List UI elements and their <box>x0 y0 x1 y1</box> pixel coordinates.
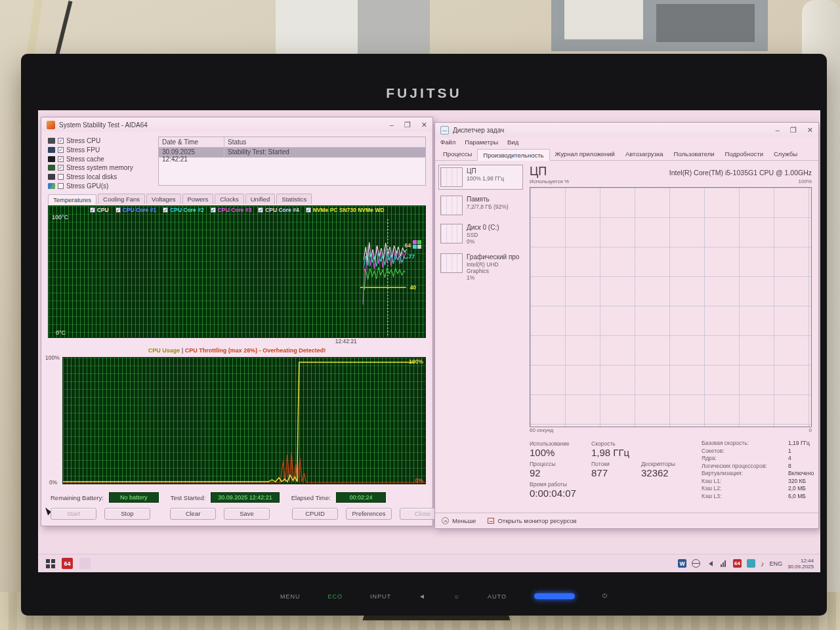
menu-file[interactable]: Файл <box>440 138 455 147</box>
aida64-app-icon <box>47 121 55 129</box>
stress-disks-checkbox[interactable] <box>58 174 64 180</box>
tab-clocks[interactable]: Clocks <box>215 194 244 204</box>
stat-logical-value: 8 <box>788 463 814 469</box>
usage-title: CPU Usage <box>148 347 180 354</box>
start-button[interactable]: Start <box>51 508 96 520</box>
preferences-button[interactable]: Preferences <box>346 508 392 520</box>
fewer-details-label: Меньше <box>452 517 476 524</box>
tab-unified[interactable]: Unified <box>245 194 276 204</box>
taskmgr-window-title: Диспетчер задач <box>453 127 504 134</box>
cpu-axis-60s: 60 секунд <box>530 427 553 436</box>
tab-startup[interactable]: Автозагрузка <box>620 148 669 160</box>
stat-logical-label: Логических процессоров: <box>702 463 788 469</box>
stress-memory-checkbox[interactable] <box>58 165 64 171</box>
monitor-menu-button[interactable]: MENU <box>280 593 301 600</box>
usage-graph: 100% 0% <box>62 357 426 484</box>
temperature-series <box>49 206 425 337</box>
speaker-icon[interactable] <box>705 559 714 568</box>
clock-time: 12:44 <box>788 558 814 564</box>
cpuid-button[interactable]: CPUID <box>292 508 338 520</box>
sidebar-item-cpu[interactable]: ЦП 100% 1,98 ГГц <box>438 165 523 190</box>
stress-gpu-checkbox[interactable] <box>58 183 64 189</box>
stress-fpu-row[interactable]: Stress FPU <box>48 146 152 154</box>
performance-sidebar: ЦП 100% 1,98 ГГц Память 7,2/7,8 ГБ (92%)… <box>435 161 524 513</box>
stress-cache-label: Stress cache <box>66 156 104 163</box>
close-icon[interactable]: ✕ <box>421 121 427 129</box>
minimize-icon[interactable]: – <box>390 121 394 129</box>
monitor-input-button[interactable]: INPUT <box>370 593 391 600</box>
taskmgr-taskbar-icon[interactable] <box>79 558 91 569</box>
col-status[interactable]: Status <box>224 137 249 147</box>
stress-cache-checkbox[interactable] <box>58 156 64 162</box>
monitor-brightness-button[interactable]: ☼ <box>453 593 460 600</box>
clock[interactable]: 12:44 30.09.2025 <box>788 558 816 570</box>
stress-disks-row[interactable]: Stress local disks <box>48 173 152 181</box>
tab-processes[interactable]: Процессы <box>438 148 477 160</box>
usage-series <box>63 358 425 484</box>
tab-statistics[interactable]: Statistics <box>276 194 312 204</box>
maximize-icon[interactable]: ❐ <box>404 121 411 129</box>
sidebar-gpu-sub: Intel(R) UHD Graphics <box>467 261 521 274</box>
network-icon[interactable] <box>692 559 700 568</box>
stress-cache-row[interactable]: Stress cache <box>48 155 152 163</box>
stress-cpu-label: Stress CPU <box>66 137 100 144</box>
audio-jack-icon[interactable]: ♪ <box>761 560 765 568</box>
elapsed-value: 00:02:24 <box>336 492 386 503</box>
maximize-icon[interactable]: ❐ <box>790 126 797 135</box>
wifi-signal-icon[interactable] <box>719 560 728 567</box>
language-indicator[interactable]: ENG <box>769 560 782 567</box>
tab-powers[interactable]: Powers <box>182 194 214 204</box>
usage-title-sep: | <box>182 347 184 354</box>
monitor-auto-button[interactable]: AUTO <box>488 593 507 600</box>
aida64-titlebar[interactable]: System Stability Test - AIDA64 – ❐ ✕ <box>41 117 432 132</box>
stress-memory-row[interactable]: Stress system memory <box>48 163 152 172</box>
sidebar-item-memory[interactable]: Память 7,2/7,8 ГБ (92%) <box>438 193 523 218</box>
stat-l3-value: 6,0 МБ <box>788 493 814 499</box>
table-row[interactable]: 30.09.2025 12:42:21 Stability Test: Star… <box>159 148 425 158</box>
word-tray-icon[interactable]: W <box>678 559 686 568</box>
cpu-axis-label: Используется % <box>530 178 569 187</box>
minimize-icon[interactable]: – <box>776 126 780 135</box>
col-datetime[interactable]: Date & Time <box>159 137 224 147</box>
start-button[interactable] <box>46 559 55 568</box>
stress-cpu-row[interactable]: Stress CPU <box>48 136 152 145</box>
open-resource-monitor-link[interactable]: Открыть монитор ресурсов <box>488 517 576 524</box>
stat-cores-value: 4 <box>788 455 814 461</box>
stress-fpu-checkbox[interactable] <box>58 147 64 153</box>
cpu-model: Intel(R) Core(TM) i5-1035G1 CPU @ 1.00GH… <box>669 169 812 177</box>
fewer-details-link[interactable]: Меньше <box>442 517 476 524</box>
clear-button[interactable]: Clear <box>170 508 216 520</box>
tab-temperatures[interactable]: Temperatures <box>48 194 96 205</box>
menu-view[interactable]: Вид <box>507 138 518 147</box>
sidebar-item-disk[interactable]: Диск 0 (C:) SSD 0% <box>438 221 523 247</box>
cell-datetime: 30.09.2025 12:42:21 <box>159 148 224 158</box>
close-icon[interactable]: ✕ <box>807 126 813 135</box>
app-tray-icon[interactable] <box>747 559 755 568</box>
taskmgr-titlebar[interactable]: Диспетчер задач – ❐ ✕ <box>435 123 818 137</box>
save-button[interactable]: Save <box>224 508 270 520</box>
sidebar-item-gpu[interactable]: Графический про Intel(R) UHD Graphics 1% <box>438 251 523 284</box>
tab-app-history[interactable]: Журнал приложений <box>550 148 620 160</box>
stat-l2-label: Кэш L2: <box>702 485 788 492</box>
monitor-volume-button[interactable]: ◄ <box>419 593 426 600</box>
stress-gpu-row[interactable]: Stress GPU(s) <box>48 182 152 190</box>
stop-button[interactable]: Stop <box>104 508 150 520</box>
task-manager-window: Диспетчер задач – ❐ ✕ Файл Параметры Вид… <box>434 122 819 529</box>
tab-performance[interactable]: Производительность <box>477 149 549 161</box>
screen: System Stability Test - AIDA64 – ❐ ✕ Str… <box>38 110 820 572</box>
tab-services[interactable]: Службы <box>768 148 803 160</box>
tab-voltages[interactable]: Voltages <box>146 194 180 204</box>
tab-cooling-fans[interactable]: Cooling Fans <box>98 194 145 204</box>
aida64-tray-icon[interactable]: 64 <box>733 559 742 568</box>
stress-options: Stress CPU Stress FPU Stress cache <box>48 136 152 190</box>
tab-details[interactable]: Подробности <box>720 148 768 160</box>
menu-options[interactable]: Параметры <box>465 138 498 147</box>
monitor-power-button[interactable]: ⏻ <box>602 593 608 600</box>
cpu-usage-graph <box>530 187 812 427</box>
stress-cpu-checkbox[interactable] <box>58 138 64 144</box>
stat-virtualization-label: Виртуализация: <box>702 470 788 476</box>
throttling-warning: CPU Throttling (max 26%) - Overheating D… <box>185 347 326 354</box>
aida64-taskbar-icon[interactable]: 64 <box>62 558 73 569</box>
monitor-eco-button[interactable]: ECO <box>328 593 343 600</box>
tab-users[interactable]: Пользователи <box>669 148 720 160</box>
